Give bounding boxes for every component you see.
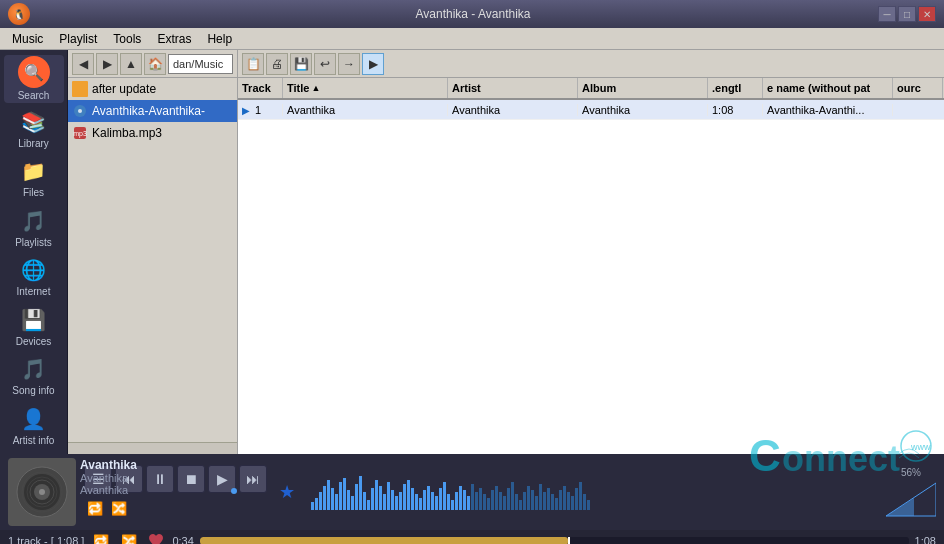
col-header-artist[interactable]: Artist xyxy=(448,78,578,98)
col-header-title[interactable]: Title ▲ xyxy=(283,78,448,98)
minimize-button[interactable]: ─ xyxy=(878,6,896,22)
viz-bar xyxy=(331,488,334,510)
viz-bar xyxy=(583,494,586,510)
list-item[interactable]: Avanthika-Avanthika- xyxy=(68,100,237,122)
cell-filename: Avanthika-Avanthi... xyxy=(763,104,893,116)
shuffle-button[interactable]: 🔀 xyxy=(108,497,130,519)
viz-bar xyxy=(347,490,350,510)
app-logo: 🐧 xyxy=(8,3,30,25)
sidebar-item-library[interactable]: 📚 Library xyxy=(4,105,64,153)
viz-bar xyxy=(487,498,490,510)
viz-bar xyxy=(311,502,314,510)
now-playing-row: ☰ ⏮ ⏸ ⏹ ▶ ⏭ 🔁 🔀 ★ xyxy=(0,454,944,530)
progress-bar[interactable] xyxy=(200,537,909,544)
shuffle-all-button[interactable]: 🔀 xyxy=(118,530,140,544)
viz-bar xyxy=(495,486,498,510)
close-button[interactable]: ✕ xyxy=(918,6,936,22)
content-btn-save[interactable]: 💾 xyxy=(290,53,312,75)
content-btn-print[interactable]: 🖨 xyxy=(266,53,288,75)
viz-bar xyxy=(539,484,542,510)
content-btn-play[interactable]: ▶ xyxy=(362,53,384,75)
viz-bar xyxy=(395,496,398,510)
col-header-track[interactable]: Track xyxy=(238,78,283,98)
viz-bar xyxy=(543,492,546,510)
up-button[interactable]: ▲ xyxy=(120,53,142,75)
favorite-button[interactable]: ★ xyxy=(279,481,295,503)
file-item-name: after update xyxy=(92,82,156,96)
back-button[interactable]: ◀ xyxy=(72,53,94,75)
sidebar-item-search[interactable]: 🔍 Search xyxy=(4,55,64,103)
track-table-header: Track Title ▲ Artist Album .engtl xyxy=(238,78,944,100)
viz-bar xyxy=(391,490,394,510)
play-button[interactable]: ▶ xyxy=(208,465,236,493)
sidebar-item-internet[interactable]: 🌐 Internet xyxy=(4,253,64,301)
list-item[interactable]: mp3 Kalimba.mp3 xyxy=(68,122,237,144)
sidebar-item-songinfo[interactable]: 🎵 Song info xyxy=(4,352,64,400)
artistinfo-icon: 👤 xyxy=(20,405,48,433)
repeat-button[interactable]: 🔁 xyxy=(84,497,106,519)
menu-extras[interactable]: Extras xyxy=(149,30,199,48)
viz-bar xyxy=(355,484,358,510)
viz-bar xyxy=(403,484,406,510)
viz-bar xyxy=(507,488,510,510)
table-row[interactable]: ▶ 1 Avanthika Avanthika Avanthika 1:08 A… xyxy=(238,100,944,120)
repeat-all-button[interactable]: 🔁 xyxy=(90,530,112,544)
library-icon: 📚 xyxy=(20,108,48,136)
viz-bar xyxy=(579,482,582,510)
sidebar-item-devices[interactable]: 💾 Devices xyxy=(4,303,64,351)
sidebar-item-artistinfo[interactable]: 👤 Artist info xyxy=(4,402,64,450)
list-item[interactable]: after update xyxy=(68,78,237,100)
viz-bar xyxy=(467,496,470,510)
viz-bar xyxy=(375,480,378,510)
viz-bar xyxy=(519,500,522,510)
col-header-length[interactable]: .engtl xyxy=(708,78,763,98)
col-header-source[interactable]: ourc xyxy=(893,78,943,98)
cell-track-num: ▶ 1 xyxy=(238,104,283,116)
file-item-name: Avanthika-Avanthika- xyxy=(92,104,205,118)
sidebar-item-files[interactable]: 📁 Files xyxy=(4,154,64,202)
forward-button[interactable]: ▶ xyxy=(96,53,118,75)
home-button[interactable]: 🏠 xyxy=(144,53,166,75)
menu-tools[interactable]: Tools xyxy=(105,30,149,48)
viz-bar xyxy=(415,494,418,510)
horizontal-scrollbar[interactable] xyxy=(68,442,237,454)
menu-music[interactable]: Music xyxy=(4,30,51,48)
maximize-button[interactable]: □ xyxy=(898,6,916,22)
content-btn-clipboard[interactable]: 📋 xyxy=(242,53,264,75)
now-playing-title: Avanthika xyxy=(80,458,137,472)
songinfo-icon: 🎵 xyxy=(20,355,48,383)
path-display: dan/Music xyxy=(168,54,233,74)
svg-point-1 xyxy=(78,109,82,113)
viz-bar xyxy=(459,486,462,510)
folder-icon xyxy=(72,81,88,97)
viz-bar xyxy=(351,496,354,510)
viz-bar xyxy=(431,492,434,510)
viz-bar xyxy=(551,494,554,510)
viz-bar xyxy=(547,488,550,510)
viz-bar xyxy=(559,490,562,510)
menu-playlist[interactable]: Playlist xyxy=(51,30,105,48)
content-toolbar: 📋 🖨 💾 ↩ → ▶ xyxy=(238,50,944,78)
viz-bar xyxy=(379,486,382,510)
sidebar-item-playlists[interactable]: 🎵 Playlists xyxy=(4,204,64,252)
album-art xyxy=(8,458,76,526)
viz-bar xyxy=(451,500,454,510)
viz-bar xyxy=(503,496,506,510)
col-header-filename[interactable]: e name (without pat xyxy=(763,78,893,98)
col-header-album[interactable]: Album xyxy=(578,78,708,98)
viz-bar xyxy=(447,494,450,510)
heart-button[interactable] xyxy=(146,531,166,544)
progress-fill xyxy=(200,537,569,544)
volume-display xyxy=(886,478,936,518)
next-button[interactable]: ⏭ xyxy=(239,465,267,493)
main-window: 🐧 Avanthika - Avanthika ─ □ ✕ Music Play… xyxy=(0,0,944,544)
cell-title: Avanthika xyxy=(283,104,448,116)
viz-bar xyxy=(343,478,346,510)
menu-help[interactable]: Help xyxy=(199,30,240,48)
content-btn-undo[interactable]: ↩ xyxy=(314,53,336,75)
stop-button[interactable]: ⏹ xyxy=(177,465,205,493)
sidebar-label-devices: Devices xyxy=(16,336,52,347)
content-btn-redo[interactable]: → xyxy=(338,53,360,75)
now-playing-artist: Avanthika xyxy=(80,472,137,484)
pause-button[interactable]: ⏸ xyxy=(146,465,174,493)
